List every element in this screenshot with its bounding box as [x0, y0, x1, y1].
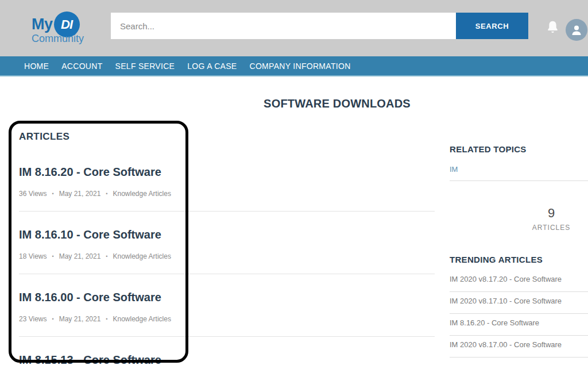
article-category: Knowledge Articles — [113, 252, 171, 260]
article-date: May 21, 2021 — [59, 190, 101, 198]
article-meta: 23 Views • May 21, 2021 • Knowledge Arti… — [19, 315, 435, 322]
article-count-number: 9 — [516, 206, 587, 221]
article-views: 36 Views — [19, 190, 47, 198]
article-meta: 18 Views • May 21, 2021 • Knowledge Arti… — [19, 252, 435, 260]
meta-dot-icon: • — [106, 316, 107, 322]
page-title: SOFTWARE DOWNLOADS — [264, 97, 411, 110]
article-title[interactable]: IM 8.16.10 - Core Software — [19, 228, 435, 241]
article-title[interactable]: IM 8.16.00 - Core Software — [19, 291, 435, 304]
trending-article-link[interactable]: IM 2020 v8.17.20 - Core Software — [450, 270, 588, 292]
article-date: May 21, 2021 — [59, 315, 101, 323]
divider — [19, 336, 435, 337]
article-count-label: ARTICLES — [516, 224, 587, 232]
article-count-stat: 9 ARTICLES — [516, 206, 587, 232]
trending-article-link[interactable]: IM 2020 v8.17.00 - Core Software — [450, 336, 588, 358]
article-title[interactable]: IM 8.16.20 - Core Software — [19, 166, 435, 179]
search-form: SEARCH — [111, 13, 528, 39]
meta-dot-icon: • — [52, 316, 53, 322]
article-views: 18 Views — [19, 252, 47, 260]
divider — [450, 180, 588, 181]
notification-bell-icon[interactable] — [545, 19, 560, 36]
articles-heading: ARTICLES — [19, 131, 435, 143]
logo-my-text: My — [32, 16, 53, 33]
divider — [19, 211, 435, 212]
nav-item-self-service[interactable]: SELF SERVICE — [115, 62, 175, 71]
trending-articles-list: IM 2020 v8.17.20 - Core Software IM 2020… — [450, 270, 588, 358]
articles-section: ARTICLES IM 8.16.20 - Core Software 36 V… — [19, 131, 435, 365]
article-meta: 36 Views • May 21, 2021 • Knowledge Arti… — [19, 190, 435, 197]
related-topics-heading: RELATED TOPICS — [450, 144, 527, 154]
meta-dot-icon: • — [106, 191, 107, 197]
meta-dot-icon: • — [52, 191, 53, 197]
divider — [19, 274, 435, 274]
logo[interactable]: My DI Community — [32, 11, 100, 45]
search-button[interactable]: SEARCH — [456, 13, 528, 39]
main-nav: HOME ACCOUNT SELF SERVICE LOG A CASE COM… — [0, 56, 588, 76]
nav-item-company-information[interactable]: COMPANY INFORMATION — [250, 62, 351, 71]
user-avatar-icon[interactable] — [566, 19, 587, 41]
search-input[interactable] — [111, 13, 456, 39]
meta-dot-icon: • — [52, 253, 53, 259]
logo-community-text: Community — [32, 33, 100, 45]
article-category: Knowledge Articles — [113, 315, 171, 323]
article-title[interactable]: IM 8.15.13 - Core Software — [19, 354, 435, 365]
article-category: Knowledge Articles — [113, 190, 171, 198]
topic-link-im[interactable]: IM — [450, 165, 458, 174]
trending-articles-heading: TRENDING ARTICLES — [450, 255, 543, 264]
nav-item-home[interactable]: HOME — [24, 62, 49, 71]
header: My DI Community SEARCH — [0, 0, 588, 56]
meta-dot-icon: • — [106, 253, 107, 259]
trending-article-link[interactable]: IM 2020 v8.17.10 - Core Software — [450, 292, 588, 314]
nav-item-account[interactable]: ACCOUNT — [61, 62, 102, 71]
nav-item-log-a-case[interactable]: LOG A CASE — [187, 62, 237, 71]
article-views: 23 Views — [19, 315, 47, 323]
trending-article-link[interactable]: IM 8.16.20 - Core Software — [450, 314, 588, 336]
article-date: May 21, 2021 — [59, 252, 101, 260]
logo-di-text: DI — [61, 17, 72, 32]
